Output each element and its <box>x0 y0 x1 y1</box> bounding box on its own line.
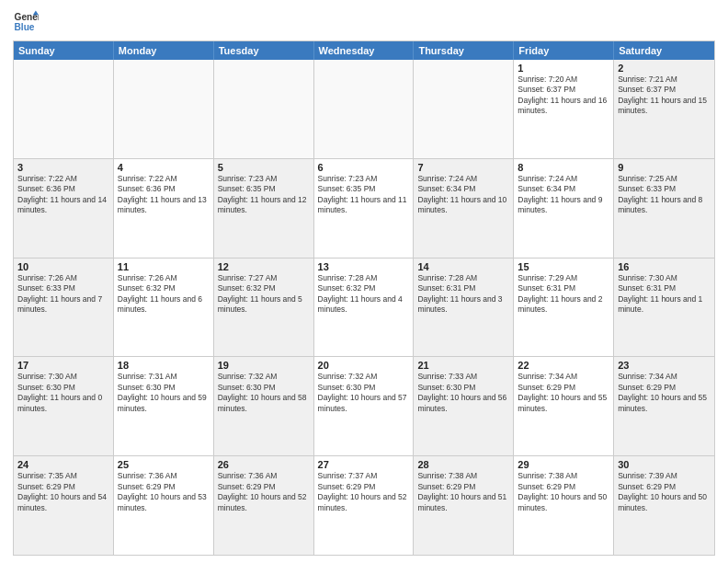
cell-text: Sunrise: 7:21 AM Sunset: 6:37 PM Dayligh… <box>618 75 711 117</box>
calendar-row-0: 1Sunrise: 7:20 AM Sunset: 6:37 PM Daylig… <box>14 60 714 159</box>
cell-text: Sunrise: 7:30 AM Sunset: 6:30 PM Dayligh… <box>17 372 109 414</box>
cell-text: Sunrise: 7:32 AM Sunset: 6:30 PM Dayligh… <box>218 372 310 414</box>
svg-text:Blue: Blue <box>15 22 35 32</box>
cell-text: Sunrise: 7:37 AM Sunset: 6:29 PM Dayligh… <box>318 471 410 513</box>
day-number: 14 <box>417 261 509 272</box>
day-number: 1 <box>518 63 609 74</box>
calendar-cell <box>14 60 114 158</box>
cell-text: Sunrise: 7:38 AM Sunset: 6:29 PM Dayligh… <box>518 471 609 513</box>
cell-text: Sunrise: 7:24 AM Sunset: 6:34 PM Dayligh… <box>518 174 609 216</box>
day-number: 21 <box>417 360 509 371</box>
header-day-friday: Friday <box>514 41 614 60</box>
day-number: 25 <box>118 459 210 470</box>
day-number: 4 <box>118 162 210 173</box>
calendar-header: SundayMondayTuesdayWednesdayThursdayFrid… <box>14 41 714 60</box>
calendar-cell: 3Sunrise: 7:22 AM Sunset: 6:36 PM Daylig… <box>14 159 114 258</box>
day-number: 22 <box>518 360 609 371</box>
cell-text: Sunrise: 7:31 AM Sunset: 6:30 PM Dayligh… <box>118 372 210 414</box>
calendar-cell: 15Sunrise: 7:29 AM Sunset: 6:31 PM Dayli… <box>514 259 614 357</box>
cell-text: Sunrise: 7:25 AM Sunset: 6:33 PM Dayligh… <box>618 174 711 216</box>
calendar-cell: 5Sunrise: 7:23 AM Sunset: 6:35 PM Daylig… <box>214 159 314 258</box>
day-number: 8 <box>518 162 609 173</box>
calendar-cell <box>114 60 214 158</box>
day-number: 23 <box>618 360 711 371</box>
page: General Blue SundayMondayTuesdayWednesda… <box>0 0 728 563</box>
day-number: 9 <box>618 162 711 173</box>
calendar-cell: 26Sunrise: 7:36 AM Sunset: 6:29 PM Dayli… <box>214 456 314 555</box>
day-number: 24 <box>17 459 109 470</box>
day-number: 26 <box>218 459 310 470</box>
calendar-body: 1Sunrise: 7:20 AM Sunset: 6:37 PM Daylig… <box>14 60 714 555</box>
cell-text: Sunrise: 7:33 AM Sunset: 6:30 PM Dayligh… <box>417 372 509 414</box>
day-number: 18 <box>118 360 210 371</box>
calendar-cell: 20Sunrise: 7:32 AM Sunset: 6:30 PM Dayli… <box>314 357 415 455</box>
cell-text: Sunrise: 7:36 AM Sunset: 6:29 PM Dayligh… <box>218 471 310 513</box>
calendar-cell: 27Sunrise: 7:37 AM Sunset: 6:29 PM Dayli… <box>314 456 415 555</box>
calendar-cell: 4Sunrise: 7:22 AM Sunset: 6:36 PM Daylig… <box>114 159 214 258</box>
header-day-sunday: Sunday <box>14 41 114 60</box>
day-number: 5 <box>218 162 310 173</box>
header: General Blue <box>13 9 715 35</box>
day-number: 15 <box>518 261 609 272</box>
header-day-monday: Monday <box>114 41 214 60</box>
calendar-row-1: 3Sunrise: 7:22 AM Sunset: 6:36 PM Daylig… <box>14 159 714 259</box>
calendar-cell: 12Sunrise: 7:27 AM Sunset: 6:32 PM Dayli… <box>214 259 314 357</box>
cell-text: Sunrise: 7:36 AM Sunset: 6:29 PM Dayligh… <box>118 471 210 513</box>
day-number: 12 <box>218 261 310 272</box>
cell-text: Sunrise: 7:32 AM Sunset: 6:30 PM Dayligh… <box>318 372 410 414</box>
calendar-cell: 16Sunrise: 7:30 AM Sunset: 6:31 PM Dayli… <box>614 259 714 357</box>
header-day-wednesday: Wednesday <box>314 41 415 60</box>
day-number: 7 <box>417 162 509 173</box>
calendar-cell: 10Sunrise: 7:26 AM Sunset: 6:33 PM Dayli… <box>14 259 114 357</box>
cell-text: Sunrise: 7:27 AM Sunset: 6:32 PM Dayligh… <box>218 273 310 316</box>
day-number: 6 <box>318 162 410 173</box>
calendar-cell: 22Sunrise: 7:34 AM Sunset: 6:29 PM Dayli… <box>514 357 614 455</box>
cell-text: Sunrise: 7:38 AM Sunset: 6:29 PM Dayligh… <box>417 471 509 513</box>
day-number: 29 <box>518 459 609 470</box>
calendar: SundayMondayTuesdayWednesdayThursdayFrid… <box>13 40 715 556</box>
cell-text: Sunrise: 7:24 AM Sunset: 6:34 PM Dayligh… <box>417 174 509 216</box>
day-number: 30 <box>618 459 711 470</box>
cell-text: Sunrise: 7:39 AM Sunset: 6:29 PM Dayligh… <box>618 471 711 513</box>
header-day-saturday: Saturday <box>614 41 714 60</box>
calendar-cell: 28Sunrise: 7:38 AM Sunset: 6:29 PM Dayli… <box>414 456 514 555</box>
calendar-cell: 23Sunrise: 7:34 AM Sunset: 6:29 PM Dayli… <box>614 357 714 455</box>
cell-text: Sunrise: 7:34 AM Sunset: 6:29 PM Dayligh… <box>618 372 711 414</box>
header-day-tuesday: Tuesday <box>214 41 314 60</box>
day-number: 11 <box>118 261 210 272</box>
calendar-cell: 6Sunrise: 7:23 AM Sunset: 6:35 PM Daylig… <box>314 159 415 258</box>
day-number: 10 <box>17 261 109 272</box>
cell-text: Sunrise: 7:22 AM Sunset: 6:36 PM Dayligh… <box>17 174 109 216</box>
cell-text: Sunrise: 7:22 AM Sunset: 6:36 PM Dayligh… <box>118 174 210 216</box>
cell-text: Sunrise: 7:34 AM Sunset: 6:29 PM Dayligh… <box>518 372 609 414</box>
day-number: 2 <box>618 63 711 74</box>
cell-text: Sunrise: 7:26 AM Sunset: 6:33 PM Dayligh… <box>17 273 109 316</box>
calendar-cell <box>314 60 415 158</box>
day-number: 27 <box>318 459 410 470</box>
day-number: 16 <box>618 261 711 272</box>
cell-text: Sunrise: 7:35 AM Sunset: 6:29 PM Dayligh… <box>17 471 109 513</box>
calendar-row-4: 24Sunrise: 7:35 AM Sunset: 6:29 PM Dayli… <box>14 456 714 555</box>
cell-text: Sunrise: 7:28 AM Sunset: 6:31 PM Dayligh… <box>417 273 509 316</box>
calendar-cell: 9Sunrise: 7:25 AM Sunset: 6:33 PM Daylig… <box>614 159 714 258</box>
cell-text: Sunrise: 7:23 AM Sunset: 6:35 PM Dayligh… <box>218 174 310 216</box>
cell-text: Sunrise: 7:26 AM Sunset: 6:32 PM Dayligh… <box>118 273 210 316</box>
day-number: 3 <box>17 162 109 173</box>
cell-text: Sunrise: 7:23 AM Sunset: 6:35 PM Dayligh… <box>318 174 410 216</box>
day-number: 20 <box>318 360 410 371</box>
calendar-cell: 24Sunrise: 7:35 AM Sunset: 6:29 PM Dayli… <box>14 456 114 555</box>
logo-icon: General Blue <box>13 9 39 35</box>
calendar-row-3: 17Sunrise: 7:30 AM Sunset: 6:30 PM Dayli… <box>14 357 714 456</box>
calendar-cell: 29Sunrise: 7:38 AM Sunset: 6:29 PM Dayli… <box>514 456 614 555</box>
calendar-cell <box>214 60 314 158</box>
cell-text: Sunrise: 7:30 AM Sunset: 6:31 PM Dayligh… <box>618 273 711 316</box>
calendar-cell: 14Sunrise: 7:28 AM Sunset: 6:31 PM Dayli… <box>414 259 514 357</box>
calendar-cell <box>414 60 514 158</box>
day-number: 17 <box>17 360 109 371</box>
calendar-cell: 7Sunrise: 7:24 AM Sunset: 6:34 PM Daylig… <box>414 159 514 258</box>
cell-text: Sunrise: 7:20 AM Sunset: 6:37 PM Dayligh… <box>518 75 609 117</box>
day-number: 13 <box>318 261 410 272</box>
cell-text: Sunrise: 7:29 AM Sunset: 6:31 PM Dayligh… <box>518 273 609 316</box>
calendar-cell: 2Sunrise: 7:21 AM Sunset: 6:37 PM Daylig… <box>614 60 714 158</box>
calendar-cell: 25Sunrise: 7:36 AM Sunset: 6:29 PM Dayli… <box>114 456 214 555</box>
